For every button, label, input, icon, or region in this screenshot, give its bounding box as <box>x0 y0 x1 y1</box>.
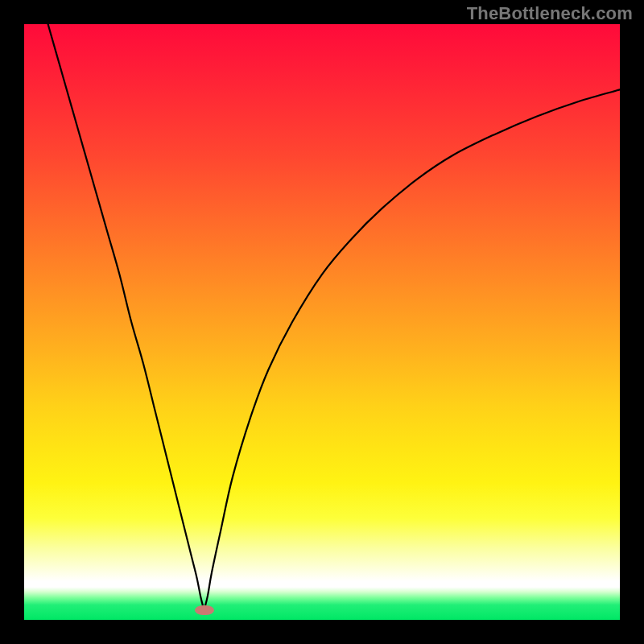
bottleneck-curve-left <box>48 24 204 610</box>
curve-layer <box>24 24 620 620</box>
plot-area <box>24 24 620 620</box>
chart-frame: TheBottleneck.com <box>0 0 644 644</box>
bottleneck-curve-right <box>204 89 620 610</box>
watermark-text: TheBottleneck.com <box>467 3 633 24</box>
bottleneck-marker <box>195 605 214 615</box>
